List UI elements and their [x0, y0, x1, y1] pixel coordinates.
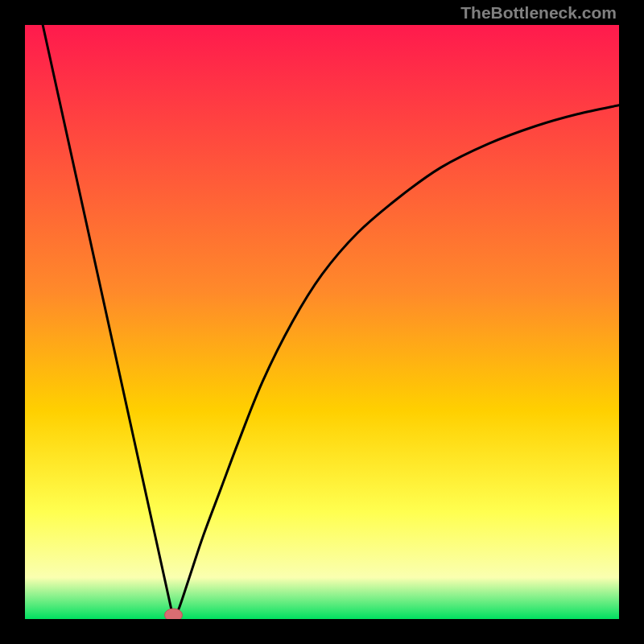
gradient-background [25, 25, 619, 619]
minimum-marker [165, 609, 183, 619]
attribution-label: TheBottleneck.com [460, 3, 617, 23]
plot-area [25, 25, 619, 619]
chart-container: TheBottleneck.com [0, 0, 644, 644]
chart-svg [25, 25, 619, 619]
